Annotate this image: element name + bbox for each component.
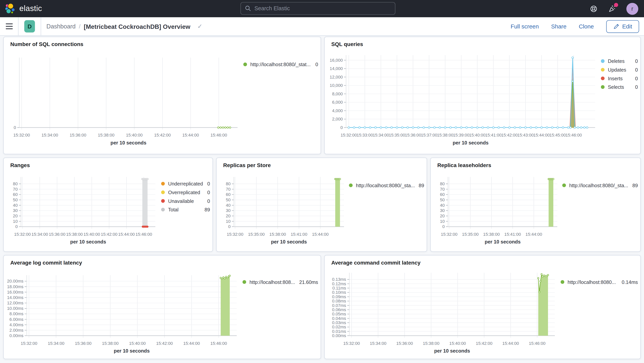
svg-text:20: 20 [226,213,231,218]
legend-item[interactable]: Deletes0 [601,57,638,66]
elastic-logo[interactable]: elastic [0,3,42,14]
svg-text:15:40:00: 15:40:00 [84,232,100,237]
svg-text:15:42:00: 15:42:00 [156,341,173,346]
svg-text:12,000: 12,000 [330,75,343,80]
kibana-app: elastic [0,0,644,363]
svg-text:15:46:00: 15:46:00 [210,341,227,346]
svg-text:0.03ms: 0.03ms [332,320,346,325]
svg-text:15:36:00: 15:36:00 [75,341,92,346]
legend-item[interactable]: http://localhost:808...21.60ms [242,278,318,286]
global-search[interactable] [240,2,395,15]
checkmark-icon[interactable]: ✓ [197,23,202,30]
panel-number-of-sql-connections: Number of SQL connections 15:32:0015:34:… [3,37,321,154]
legend-item[interactable]: Inserts0 [601,74,638,83]
svg-text:15:37:00: 15:37:00 [421,133,437,138]
svg-text:15:33:00: 15:33:00 [357,133,373,138]
svg-text:15:36:00: 15:36:00 [405,133,421,138]
svg-text:per 10 seconds: per 10 seconds [434,348,470,353]
brand-name: elastic [19,4,42,13]
panel-title: Replicas per Store [223,162,271,168]
svg-text:0.07ms: 0.07ms [332,303,346,308]
help-icon [590,5,597,12]
search-input[interactable] [251,5,391,12]
svg-text:15:44:00: 15:44:00 [534,133,550,138]
svg-text:per 10 seconds: per 10 seconds [271,239,307,244]
svg-text:per 10 seconds: per 10 seconds [485,239,521,244]
full-screen-button[interactable]: Full screen [511,23,539,30]
chart-replica-leaseholders[interactable]: 15:32:0015:35:0015:38:0015:41:0015:44:00… [431,169,562,252]
svg-text:2.00ms: 2.00ms [10,328,24,333]
legend-series-value: 0 [635,75,638,81]
chart-sql-queries[interactable]: 15:32:0015:33:0015:34:0015:35:0015:36:00… [324,49,600,154]
legend-item[interactable]: Selects0 [601,83,638,92]
elastic-logo-icon [5,3,16,14]
svg-text:0.12ms: 0.12ms [332,281,346,286]
legend-series-dot [562,184,566,187]
breadcrumb: Dashboard / [Metricbeat CockroachDB] Ove… [46,23,202,30]
whats-new-button[interactable] [608,5,616,13]
legend-series-value: 0.14ms [622,279,638,285]
svg-text:15:38:00: 15:38:00 [66,232,83,237]
svg-text:0: 0 [442,224,444,229]
legend-item[interactable]: http://localhost:8080/_sta...89 [349,181,424,190]
help-button[interactable] [589,5,598,13]
legend-series-value: 0 [635,67,638,73]
legend-series-label: http://localhost:8080/_stat... [250,62,313,67]
edit-button[interactable]: Edit [606,20,639,33]
svg-text:15:44:00: 15:44:00 [182,133,199,138]
legend-item[interactable]: http://localhost:8080/_stat...0 [243,60,318,69]
svg-text:15:38:00: 15:38:00 [423,341,440,346]
legend-item[interactable]: http://localhost:8080/_sta...89 [562,181,638,190]
svg-text:10: 10 [13,219,18,224]
page-title: [Metricbeat CockroachDB] Overview [84,23,190,30]
legend-item[interactable]: Overreplicated0 [161,188,210,197]
chart-avg-log-commit-latency[interactable]: 15:32:0015:34:0015:36:0015:38:0015:40:00… [4,267,242,359]
menu-icon[interactable] [0,17,18,35]
svg-text:15:34:00: 15:34:00 [48,341,64,346]
svg-text:6.00ms: 6.00ms [10,317,24,322]
svg-text:0.02ms: 0.02ms [332,324,346,329]
svg-text:10: 10 [440,219,445,224]
panel-title: Average log commit latency [10,259,82,266]
panel-replica-leaseholders: Replica leaseholders 15:32:0015:35:0015:… [430,158,641,252]
svg-text:15:32:00: 15:32:00 [21,341,37,346]
legend-item[interactable]: Underreplicated0 [161,179,210,188]
legend-series-label: Underreplicated [168,181,205,187]
svg-text:0: 0 [340,125,343,130]
svg-text:15:36:00: 15:36:00 [70,133,86,138]
panel-replicas-per-store: Replicas per Store 15:32:0015:35:0015:38… [216,158,427,252]
svg-text:15:46:00: 15:46:00 [566,133,582,138]
chart-replicas-per-store[interactable]: 15:32:0015:35:0015:38:0015:41:0015:44:00… [216,169,349,252]
svg-text:15:35:00: 15:35:00 [248,232,265,237]
legend-item[interactable]: Unavailable0 [161,197,210,205]
legend-series-dot [601,85,604,89]
chart-legend: http://localhost:8080/_sta...89 [562,169,640,251]
legend-item[interactable]: http://localhost:8080...0.14ms [560,278,638,286]
svg-text:30: 30 [440,208,445,213]
breadcrumb-dashboard-link[interactable]: Dashboard [46,23,76,30]
space-badge[interactable]: D [24,20,35,33]
legend-series-label: http://localhost:8080/_sta... [356,182,416,188]
clone-button[interactable]: Clone [579,23,594,30]
user-avatar[interactable]: r [626,3,638,15]
breadcrumb-separator: / [79,23,80,30]
svg-text:0.13ms: 0.13ms [332,277,346,282]
chart-avg-command-commit-latency[interactable]: 15:32:0015:34:0015:36:0015:38:0015:40:00… [324,267,560,359]
chart-ranges[interactable]: 15:32:0015:34:0015:36:0015:38:0015:40:00… [4,169,161,252]
search-icon [245,6,251,12]
svg-text:0.00ms: 0.00ms [10,333,24,338]
share-button[interactable]: Share [551,23,566,30]
chart-sql-connections[interactable]: 15:32:0015:34:0015:36:0015:38:0015:40:00… [4,49,243,154]
svg-text:10,000: 10,000 [330,83,343,88]
svg-text:70: 70 [13,187,18,192]
svg-text:8.00ms: 8.00ms [10,311,24,316]
legend-series-dot [601,59,604,63]
legend-series-label: http://localhost:8080... [568,279,619,285]
svg-text:4.00ms: 4.00ms [10,322,24,327]
legend-item[interactable]: Total89 [161,205,210,214]
svg-text:15:44:00: 15:44:00 [118,232,135,237]
svg-text:18.00ms: 18.00ms [7,284,24,289]
svg-text:40: 40 [13,203,18,208]
legend-item[interactable]: Updates0 [601,65,638,74]
legend-series-value: 0 [635,58,638,64]
